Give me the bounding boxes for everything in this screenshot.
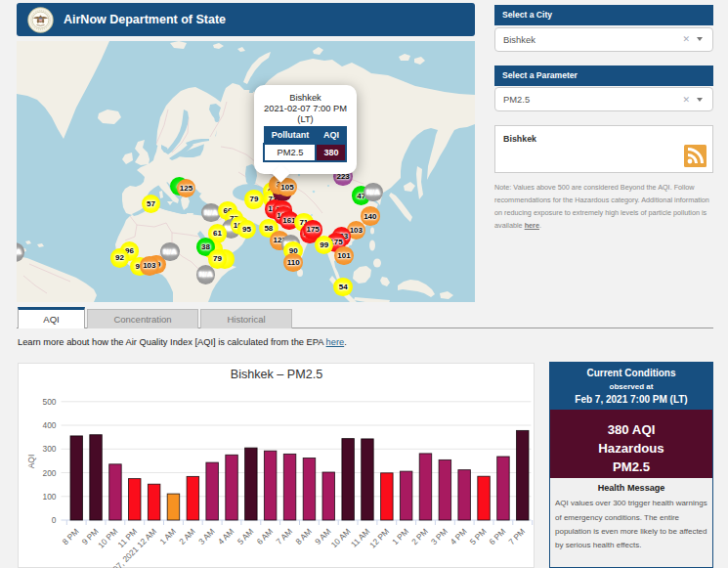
svg-text:6 AM: 6 AM	[255, 526, 276, 546]
svg-text:4 AM: 4 AM	[216, 526, 236, 546]
svg-text:7 PM: 7 PM	[506, 526, 527, 546]
svg-text:8 PM: 8 PM	[61, 526, 81, 546]
svg-text:1 AM: 1 AM	[157, 526, 178, 546]
svg-text:500: 500	[43, 397, 57, 407]
svg-text:4 PM: 4 PM	[449, 526, 469, 546]
svg-text:2 PM: 2 PM	[409, 526, 430, 546]
svg-text:5 AM: 5 AM	[236, 526, 256, 546]
svg-text:3 AM: 3 AM	[196, 526, 217, 546]
svg-text:11 AM: 11 AM	[349, 526, 371, 548]
svg-text:8 AM: 8 AM	[293, 526, 314, 546]
svg-text:10 PM: 10 PM	[96, 526, 119, 549]
svg-text:3 PM: 3 PM	[429, 526, 450, 546]
svg-text:Bishkek – PM2.5: Bishkek – PM2.5	[231, 368, 323, 381]
svg-text:10 AM: 10 AM	[329, 526, 353, 549]
svg-text:7 AM: 7 AM	[274, 526, 294, 546]
svg-text:0: 0	[52, 515, 57, 525]
svg-text:2 AM: 2 AM	[177, 526, 197, 546]
svg-text:5 PM: 5 PM	[468, 526, 489, 546]
svg-text:300: 300	[43, 444, 57, 454]
svg-text:200: 200	[43, 468, 57, 478]
svg-text:400: 400	[43, 420, 57, 430]
svg-text:100: 100	[43, 492, 57, 502]
svg-text:12 PM: 12 PM	[367, 526, 391, 549]
svg-text:AQI: AQI	[26, 455, 36, 469]
svg-text:1 PM: 1 PM	[390, 526, 410, 546]
svg-text:6 PM: 6 PM	[487, 526, 507, 546]
